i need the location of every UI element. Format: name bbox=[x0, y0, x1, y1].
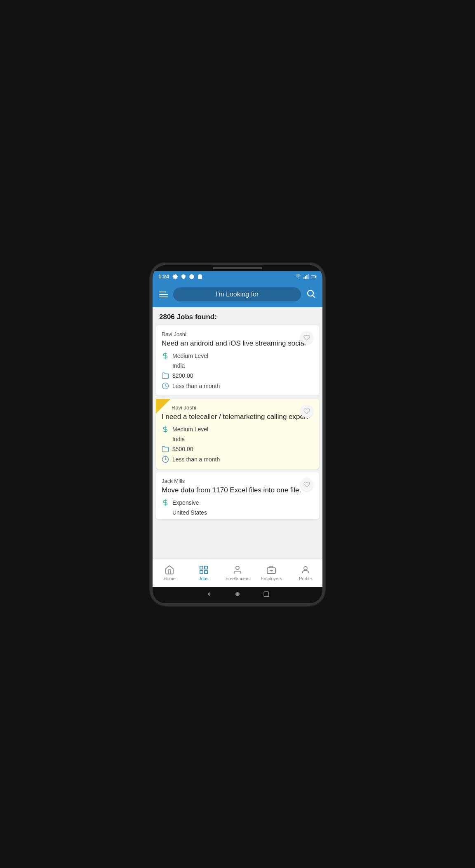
dollar-icon-2 bbox=[162, 426, 169, 433]
clipboard-icon bbox=[197, 274, 203, 280]
bottom-nav: Home Jobs Freelancers bbox=[153, 559, 322, 587]
results-header: 2806 Jobs found: bbox=[153, 307, 322, 325]
results-count: 2806 bbox=[159, 313, 175, 321]
svg-point-1 bbox=[191, 276, 193, 278]
svg-rect-20 bbox=[205, 566, 207, 569]
nav-employers[interactable]: Employers bbox=[254, 559, 288, 587]
svg-line-13 bbox=[313, 295, 315, 298]
nav-home-label: Home bbox=[164, 576, 176, 581]
home-icon bbox=[165, 565, 174, 575]
folder-icon-2 bbox=[162, 445, 169, 453]
wifi-icon bbox=[295, 274, 301, 280]
screen: 1:24 bbox=[153, 271, 322, 587]
job-location-3: United States bbox=[162, 509, 313, 516]
heart-icon-3 bbox=[303, 481, 310, 488]
status-icons bbox=[172, 274, 203, 280]
folder-icon-1 bbox=[162, 372, 169, 379]
menu-line-2 bbox=[159, 294, 168, 295]
recents-button[interactable] bbox=[262, 590, 270, 600]
job-title-2: I need a telecaller / telemarketing call… bbox=[162, 412, 313, 421]
dollar-icon-1 bbox=[162, 352, 169, 360]
job-posted-row-1: Less than a month bbox=[162, 382, 313, 390]
settings-icon bbox=[172, 274, 178, 280]
job-title-1: Need an android and iOS live streaming s… bbox=[162, 339, 313, 348]
svg-marker-29 bbox=[208, 592, 210, 596]
jobs-icon bbox=[199, 565, 209, 575]
svg-rect-5 bbox=[303, 277, 304, 279]
nav-jobs-label: Jobs bbox=[199, 576, 208, 581]
search-input[interactable] bbox=[173, 287, 301, 301]
svg-point-30 bbox=[235, 592, 240, 596]
status-right bbox=[295, 274, 317, 280]
job-card-1[interactable]: Ravi Joshi Need an android and iOS live … bbox=[156, 325, 319, 395]
job-level-row-2: Medium Level bbox=[162, 426, 313, 433]
job-poster-1: Ravi Joshi bbox=[162, 331, 313, 337]
job-poster-3: Jack Mills bbox=[162, 478, 313, 484]
svg-rect-11 bbox=[311, 275, 315, 278]
nav-freelancers[interactable]: Freelancers bbox=[221, 559, 254, 587]
job-budget-row-2: $500.00 bbox=[162, 445, 313, 453]
heart-icon-2 bbox=[303, 408, 310, 414]
device-top bbox=[153, 265, 322, 271]
heart-icon-1 bbox=[303, 334, 310, 341]
job-location-1: India bbox=[162, 362, 313, 369]
nav-jobs[interactable]: Jobs bbox=[186, 559, 220, 587]
clock-icon-1 bbox=[162, 382, 169, 390]
job-level-3: Expensive bbox=[172, 499, 199, 506]
job-level-1: Medium Level bbox=[172, 353, 208, 359]
home-hardware-button[interactable] bbox=[233, 590, 242, 600]
job-poster-2: Ravi Joshi bbox=[162, 405, 313, 411]
job-posted-2: Less than a month bbox=[172, 456, 220, 463]
svg-point-27 bbox=[304, 567, 307, 570]
menu-line-3 bbox=[159, 296, 168, 297]
favorite-button-3[interactable] bbox=[300, 478, 313, 491]
job-meta-1: Medium Level India $200.00 bbox=[162, 352, 313, 390]
svg-point-23 bbox=[236, 566, 239, 569]
menu-line-1 bbox=[159, 292, 166, 292]
signal-icon bbox=[303, 274, 309, 280]
featured-corner-2 bbox=[156, 399, 171, 414]
svg-point-12 bbox=[308, 290, 313, 296]
content-area: 2806 Jobs found: Ravi Joshi Need an andr… bbox=[153, 307, 322, 559]
job-budget-row-1: $200.00 bbox=[162, 372, 313, 379]
job-meta-2: Medium Level India $500.00 bbox=[162, 426, 313, 463]
search-icon bbox=[306, 289, 316, 299]
job-card-2[interactable]: Ravi Joshi I need a telecaller / telemar… bbox=[156, 399, 319, 469]
job-posted-1: Less than a month bbox=[172, 383, 220, 389]
job-card-3[interactable]: Jack Mills Move data from 1170 Excel fil… bbox=[156, 472, 319, 519]
antenna-icon bbox=[189, 274, 195, 280]
favorite-button-1[interactable] bbox=[300, 331, 313, 344]
battery-icon bbox=[311, 274, 317, 280]
back-button[interactable] bbox=[205, 590, 213, 600]
freelancers-icon bbox=[233, 565, 242, 575]
search-button[interactable] bbox=[306, 289, 316, 300]
clock-icon-2 bbox=[162, 456, 169, 463]
favorite-button-2[interactable] bbox=[300, 405, 313, 418]
svg-point-4 bbox=[298, 278, 299, 278]
results-label: Jobs found: bbox=[177, 313, 217, 321]
device-bottom-bar bbox=[153, 587, 322, 603]
svg-rect-7 bbox=[306, 275, 307, 279]
svg-rect-22 bbox=[205, 571, 207, 574]
nav-employers-label: Employers bbox=[261, 576, 282, 581]
job-budget-1: $200.00 bbox=[172, 372, 193, 379]
job-posted-row-2: Less than a month bbox=[162, 456, 313, 463]
svg-rect-21 bbox=[200, 571, 203, 574]
job-level-row-3: Expensive bbox=[162, 499, 313, 506]
profile-icon bbox=[301, 565, 310, 575]
job-title-3: Move data from 1170 Excel files into one… bbox=[162, 486, 313, 495]
nav-home[interactable]: Home bbox=[153, 559, 186, 587]
job-budget-2: $500.00 bbox=[172, 446, 193, 452]
dollar-icon-3 bbox=[162, 499, 169, 506]
job-location-2: India bbox=[162, 436, 313, 442]
toolbar bbox=[153, 282, 322, 307]
job-meta-3: Expensive United States bbox=[162, 499, 313, 516]
nav-freelancers-label: Freelancers bbox=[226, 576, 249, 581]
nav-profile[interactable]: Profile bbox=[289, 559, 322, 587]
menu-button[interactable] bbox=[159, 292, 168, 297]
job-level-row-1: Medium Level bbox=[162, 352, 313, 360]
shield-icon bbox=[181, 274, 186, 280]
nav-profile-label: Profile bbox=[299, 576, 312, 581]
svg-rect-31 bbox=[264, 592, 269, 597]
status-bar: 1:24 bbox=[153, 271, 322, 282]
